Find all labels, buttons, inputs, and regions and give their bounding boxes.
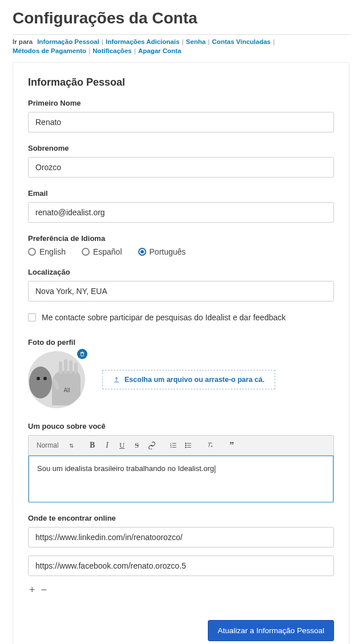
editor-bullet-list-button[interactable] — [182, 439, 195, 452]
contact-checkbox-row[interactable]: Me contacte sobre participar de pesquisa… — [28, 313, 334, 322]
nav-link-additional-info[interactable]: Informações Adicionais — [106, 38, 179, 45]
last-name-label: Sobrenome — [28, 144, 334, 152]
language-field: Preferência de Idioma English Español Po… — [28, 234, 334, 256]
editor-format-value: Normal — [37, 441, 59, 449]
upload-dropzone[interactable]: Escolha um arquivo ou arraste-o para cá. — [102, 370, 275, 389]
email-label: Email — [28, 189, 334, 198]
divider — [13, 34, 349, 35]
editor-clear-format-button[interactable] — [204, 439, 216, 452]
svg-rect-6 — [64, 359, 67, 374]
online-link-input-1[interactable] — [28, 527, 334, 548]
personal-info-card: Informação Pessoal Primeiro Nome Sobreno… — [13, 62, 349, 644]
avatar-image: All — [28, 351, 85, 408]
nav-link-notifications[interactable]: Notificações — [92, 47, 131, 54]
svg-rect-8 — [74, 363, 78, 374]
location-input[interactable] — [28, 281, 334, 301]
editor-underline-button[interactable]: U — [116, 439, 128, 452]
skip-nav: Ir para Informação Pessoal | Informações… — [0, 38, 362, 62]
first-name-input[interactable] — [28, 112, 334, 132]
svg-point-2 — [29, 367, 52, 399]
editor-content[interactable]: Sou um idealista brasileiro trabalhando … — [29, 456, 333, 502]
nav-sep: | — [273, 38, 275, 45]
avatar: All — [28, 351, 85, 408]
online-label: Onde te encontrar online — [28, 514, 334, 522]
language-radio-espanol[interactable]: Español — [82, 247, 122, 256]
svg-point-13 — [185, 447, 186, 448]
radio-label: Português — [150, 247, 186, 256]
checkbox-icon — [28, 313, 36, 321]
last-name-input[interactable] — [28, 157, 334, 178]
online-field: Onde te encontrar online — [28, 514, 334, 576]
email-field: Email — [28, 189, 334, 223]
nav-sep: | — [182, 38, 183, 45]
svg-text:All: All — [63, 387, 70, 393]
editor-format-select[interactable]: Normal ⇅ — [33, 440, 77, 450]
nav-sep: | — [89, 47, 90, 54]
nav-link-linked-accounts[interactable]: Contas Vinculadas — [212, 38, 271, 45]
svg-point-4 — [43, 377, 47, 380]
first-name-field: Primeiro Nome — [28, 99, 334, 132]
editor-italic-button[interactable]: I — [101, 439, 114, 452]
editor-link-button[interactable] — [146, 439, 158, 452]
nav-link-delete-account[interactable]: Apagar Conta — [138, 47, 181, 54]
avatar-delete-button[interactable] — [77, 349, 87, 359]
section-title: Informação Pessoal — [28, 77, 334, 88]
nav-sep: | — [208, 38, 210, 45]
link-icon — [148, 441, 156, 449]
last-name-field: Sobrenome — [28, 144, 334, 178]
skip-nav-lead: Ir para — [13, 38, 33, 45]
location-field: Localização — [28, 268, 334, 301]
upload-icon — [113, 376, 120, 383]
editor-ordered-list-button[interactable] — [167, 439, 180, 452]
location-label: Localização — [28, 268, 334, 276]
editor-strike-button[interactable]: S — [131, 439, 143, 452]
online-link-input-2[interactable] — [28, 556, 334, 576]
language-radio-english[interactable]: English — [28, 247, 66, 256]
radio-icon — [28, 248, 36, 256]
nav-link-payment-methods[interactable]: Métodos de Pagamento — [13, 47, 86, 54]
radio-icon — [138, 248, 146, 256]
first-name-label: Primeiro Nome — [28, 99, 334, 107]
clear-format-icon — [206, 441, 214, 449]
editor-bold-button[interactable]: B — [86, 439, 99, 452]
upload-text: Escolha um arquivo ou arraste-o para cá. — [124, 376, 264, 384]
remove-link-button[interactable]: − — [40, 583, 49, 597]
nav-link-password[interactable]: Senha — [186, 38, 206, 45]
ordered-list-icon — [170, 441, 178, 449]
editor-text: Sou um idealista brasileiro trabalhando … — [37, 464, 214, 473]
nav-link-personal-info[interactable]: Informação Pessoal — [37, 38, 99, 45]
trash-icon — [79, 351, 85, 357]
profile-photo-label: Foto do perfil — [28, 338, 334, 347]
caret-icon: ⇅ — [69, 442, 74, 449]
about-label: Um pouco sobre você — [28, 422, 334, 430]
about-field: Um pouco sobre você Normal ⇅ B I U S — [28, 422, 334, 502]
svg-point-11 — [185, 443, 186, 444]
svg-point-3 — [37, 377, 40, 380]
svg-point-12 — [185, 445, 186, 446]
profile-photo-row: All Escolha um arquivo ou arraste-o para… — [28, 351, 334, 408]
page-title: Configurações da Conta — [0, 0, 362, 34]
text-caret — [215, 465, 215, 473]
language-radio-portugues[interactable]: Português — [138, 247, 186, 256]
nav-sep: | — [102, 38, 103, 45]
email-input[interactable] — [28, 202, 334, 223]
nav-sep: | — [134, 47, 136, 54]
editor-quote-button[interactable]: ” — [226, 439, 238, 452]
svg-rect-5 — [59, 361, 62, 374]
update-personal-info-button[interactable]: Atualizar a Informação Pessoal — [208, 620, 334, 641]
radio-label: Español — [93, 247, 122, 256]
radio-label: English — [39, 247, 66, 256]
contact-checkbox-label: Me contacte sobre participar de pesquisa… — [42, 313, 285, 322]
add-link-button[interactable]: + — [28, 583, 37, 597]
editor-toolbar: Normal ⇅ B I U S — [29, 436, 333, 456]
rich-text-editor: Normal ⇅ B I U S — [28, 435, 334, 502]
radio-icon — [82, 248, 90, 256]
language-label: Preferência de Idioma — [28, 234, 334, 243]
bullet-list-icon — [184, 441, 192, 449]
svg-rect-7 — [69, 360, 73, 374]
submit-row: Atualizar a Informação Pessoal — [28, 620, 334, 641]
add-remove-row: + − — [28, 583, 334, 597]
